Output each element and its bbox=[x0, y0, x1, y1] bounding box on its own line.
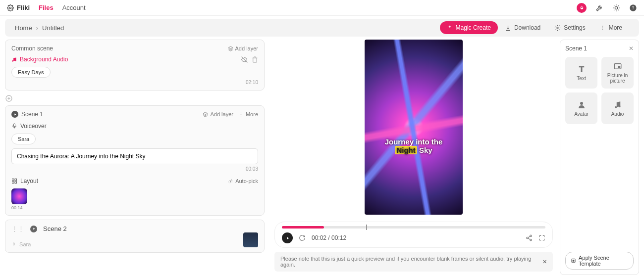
tile-pip-label: Picture in picture bbox=[601, 73, 634, 84]
seek-progress bbox=[282, 226, 324, 229]
svg-rect-15 bbox=[12, 179, 14, 181]
play-scene-button[interactable] bbox=[11, 111, 18, 118]
play-icon bbox=[13, 113, 17, 116]
scene-more-button[interactable]: More bbox=[238, 111, 258, 117]
pip-icon bbox=[613, 62, 622, 71]
svg-rect-17 bbox=[15, 182, 17, 183]
tools-icon[interactable] bbox=[595, 4, 603, 12]
audio-track-chip[interactable]: Easy Days bbox=[11, 67, 51, 78]
theme-icon[interactable] bbox=[612, 4, 620, 12]
scene-panel: Scene 1 ✕ Text Picture in picture Avatar bbox=[560, 40, 639, 275]
chevron-right-icon: › bbox=[36, 24, 38, 32]
visibility-off-icon[interactable] bbox=[241, 56, 248, 63]
svg-point-5 bbox=[602, 25, 603, 26]
seek-bar[interactable] bbox=[282, 226, 545, 229]
mic-icon bbox=[11, 123, 17, 129]
nav-account[interactable]: Account bbox=[62, 4, 86, 11]
play-scene-2-button[interactable] bbox=[30, 226, 37, 232]
svg-point-20 bbox=[530, 235, 532, 237]
svg-rect-18 bbox=[12, 182, 14, 183]
avatar-icon bbox=[577, 100, 586, 109]
trash-icon[interactable] bbox=[252, 56, 258, 63]
sub-bar: Home › Untitled Magic Create Download Se… bbox=[5, 19, 639, 37]
svg-point-11 bbox=[241, 112, 241, 113]
close-note-button[interactable]: ✕ bbox=[542, 259, 547, 265]
svg-point-25 bbox=[580, 102, 583, 105]
brand[interactable]: Fliki bbox=[7, 4, 30, 11]
template-icon bbox=[571, 258, 576, 264]
breadcrumb-title[interactable]: Untitled bbox=[42, 24, 64, 32]
svg-point-9 bbox=[15, 59, 16, 61]
clip-thumbnail[interactable] bbox=[11, 188, 27, 204]
top-nav: Fliki Files Account ? bbox=[0, 0, 644, 16]
scene-add-layer-label: Add layer bbox=[210, 111, 233, 117]
plus-circle-icon bbox=[5, 94, 13, 102]
download-label: Download bbox=[514, 24, 540, 31]
scene-1-title: Scene 1 bbox=[21, 111, 43, 118]
scene-2-thumbnail[interactable] bbox=[243, 232, 258, 247]
tile-pip[interactable]: Picture in picture bbox=[601, 57, 634, 89]
background-audio-label: Background Audio bbox=[20, 56, 68, 63]
gear-icon bbox=[554, 25, 561, 31]
svg-rect-19 bbox=[13, 243, 15, 245]
voice-chip[interactable]: Sara bbox=[11, 134, 36, 144]
drag-handle-icon[interactable]: ⋮⋮ bbox=[11, 225, 24, 232]
svg-point-26 bbox=[615, 106, 617, 108]
svg-point-1 bbox=[615, 6, 617, 9]
more-button[interactable]: More bbox=[592, 21, 629, 34]
left-column: Common scene Add layer Background Audio … bbox=[5, 40, 268, 275]
autopick-label: Auto-pick bbox=[235, 178, 258, 184]
gear-icon bbox=[7, 4, 14, 11]
wand-icon bbox=[228, 179, 233, 184]
scene-panel-title: Scene 1 bbox=[565, 45, 587, 52]
script-input[interactable] bbox=[11, 148, 258, 164]
music-icon bbox=[11, 57, 17, 62]
text-icon bbox=[577, 65, 586, 74]
settings-button[interactable]: Settings bbox=[547, 21, 592, 34]
streak-badge[interactable] bbox=[577, 3, 587, 13]
add-layer-label: Add layer bbox=[235, 46, 258, 51]
play-button[interactable] bbox=[282, 232, 293, 243]
clip-duration: 00:14 bbox=[11, 205, 258, 210]
svg-point-12 bbox=[241, 114, 241, 114]
close-panel-button[interactable]: ✕ bbox=[629, 45, 634, 52]
tile-text[interactable]: Text bbox=[565, 57, 597, 89]
tile-avatar[interactable]: Avatar bbox=[565, 92, 597, 124]
fullscreen-icon[interactable] bbox=[538, 234, 545, 241]
layers-icon bbox=[228, 46, 233, 51]
apply-template-label: Apply Scene Template bbox=[579, 255, 628, 267]
share-icon[interactable] bbox=[526, 234, 533, 241]
preview-caption: Journey into the Night Sky bbox=[365, 138, 463, 154]
common-scene-title: Common scene bbox=[11, 45, 53, 52]
preview-note: Please note that this is just a quick pr… bbox=[274, 252, 553, 272]
sparkle-icon bbox=[447, 25, 453, 31]
svg-point-21 bbox=[527, 237, 529, 239]
scene-more-label: More bbox=[246, 111, 258, 117]
replay-icon[interactable] bbox=[299, 234, 306, 241]
voiceover-label: Voiceover bbox=[20, 123, 47, 130]
scene-add-layer-button[interactable]: Add layer bbox=[203, 111, 233, 117]
svg-point-8 bbox=[12, 60, 13, 61]
autopick-button[interactable]: Auto-pick bbox=[228, 178, 258, 184]
download-button[interactable]: Download bbox=[498, 21, 547, 34]
more-label: More bbox=[609, 24, 622, 31]
scene-2-title: Scene 2 bbox=[43, 225, 67, 232]
breadcrumb-home[interactable]: Home bbox=[15, 24, 32, 32]
magic-create-button[interactable]: Magic Create bbox=[440, 21, 498, 34]
tile-audio-label: Audio bbox=[611, 111, 624, 117]
right-column: Scene 1 ✕ Text Picture in picture Avatar bbox=[560, 40, 639, 275]
tile-audio[interactable]: Audio bbox=[601, 92, 634, 124]
video-preview[interactable]: Journey into the Night Sky bbox=[365, 40, 463, 215]
more-vertical-icon bbox=[599, 25, 606, 31]
help-icon[interactable]: ? bbox=[629, 4, 637, 12]
play-icon bbox=[32, 227, 36, 230]
scene-2-card: ⋮⋮ Scene 2 Sara bbox=[5, 220, 265, 253]
nav-files[interactable]: Files bbox=[39, 4, 54, 11]
scene-2-voice: Sara bbox=[11, 241, 31, 247]
background-audio-row[interactable]: Background Audio bbox=[11, 56, 258, 63]
add-scene-button[interactable] bbox=[5, 94, 265, 102]
apply-template-button[interactable]: Apply Scene Template bbox=[565, 252, 634, 270]
player-time: 00:02 / 00:12 bbox=[312, 234, 346, 241]
add-layer-button[interactable]: Add layer bbox=[228, 46, 258, 51]
tile-avatar-label: Avatar bbox=[574, 111, 589, 117]
